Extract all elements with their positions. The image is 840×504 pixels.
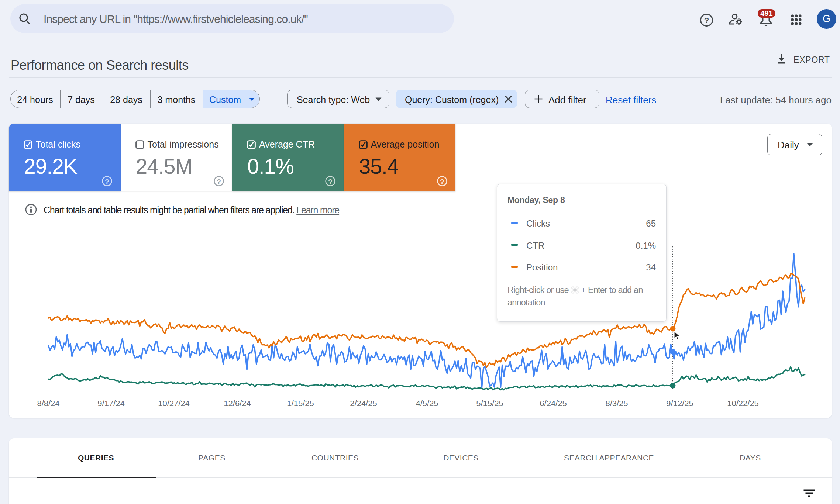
svg-text:?: ? [328, 178, 333, 186]
svg-text:?: ? [704, 16, 709, 25]
svg-text:?: ? [217, 178, 221, 186]
svg-text:?: ? [105, 178, 109, 186]
svg-text:?: ? [440, 178, 444, 186]
